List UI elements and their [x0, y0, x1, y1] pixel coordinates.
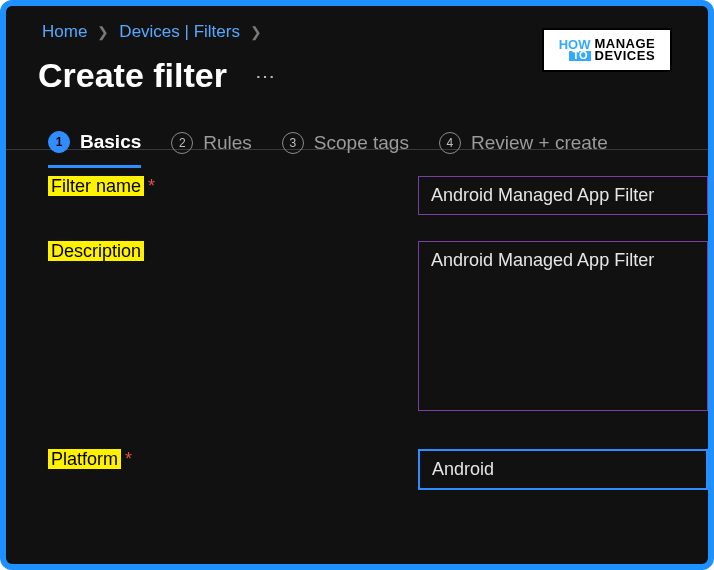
- step-number-icon: 1: [48, 131, 70, 153]
- step-label: Scope tags: [314, 132, 409, 154]
- wizard-steps: 1 Basics 2 Rules 3 Scope tags 4 Review +…: [6, 95, 708, 150]
- step-number-icon: 3: [282, 132, 304, 154]
- platform-select[interactable]: [418, 449, 708, 490]
- tab-rules[interactable]: 2 Rules: [171, 132, 252, 166]
- page-title: Create filter: [38, 56, 227, 95]
- more-actions-icon[interactable]: ⋯: [255, 64, 277, 88]
- row-description: Description Android Managed App Filter: [48, 241, 708, 415]
- watermark-to: TO: [569, 51, 590, 61]
- chevron-right-icon: ❯: [250, 24, 262, 40]
- breadcrumb-home[interactable]: Home: [42, 22, 87, 42]
- row-filter-name: Filter name*: [48, 176, 708, 215]
- tab-review-create[interactable]: 4 Review + create: [439, 132, 608, 166]
- step-number-icon: 4: [439, 132, 461, 154]
- step-label: Review + create: [471, 132, 608, 154]
- form-basics: Filter name* Description Android Managed…: [6, 150, 708, 490]
- row-platform: Platform*: [48, 449, 708, 490]
- label-platform: Platform*: [48, 449, 418, 470]
- tab-basics[interactable]: 1 Basics: [48, 131, 141, 168]
- required-indicator: *: [148, 176, 155, 196]
- step-number-icon: 2: [171, 132, 193, 154]
- step-label: Basics: [80, 131, 141, 153]
- filter-name-input[interactable]: [418, 176, 708, 215]
- step-label: Rules: [203, 132, 252, 154]
- site-watermark: HOW TO MANAGE DEVICES: [542, 28, 672, 72]
- tab-scope-tags[interactable]: 3 Scope tags: [282, 132, 409, 166]
- label-filter-name: Filter name*: [48, 176, 418, 197]
- breadcrumb-devices[interactable]: Devices | Filters: [119, 22, 240, 42]
- app-window: HOW TO MANAGE DEVICES Home ❯ Devices | F…: [0, 0, 714, 570]
- chevron-right-icon: ❯: [97, 24, 109, 40]
- label-description: Description: [48, 241, 418, 262]
- required-indicator: *: [125, 449, 132, 469]
- watermark-devices: DEVICES: [595, 50, 656, 62]
- description-input[interactable]: Android Managed App Filter: [418, 241, 708, 411]
